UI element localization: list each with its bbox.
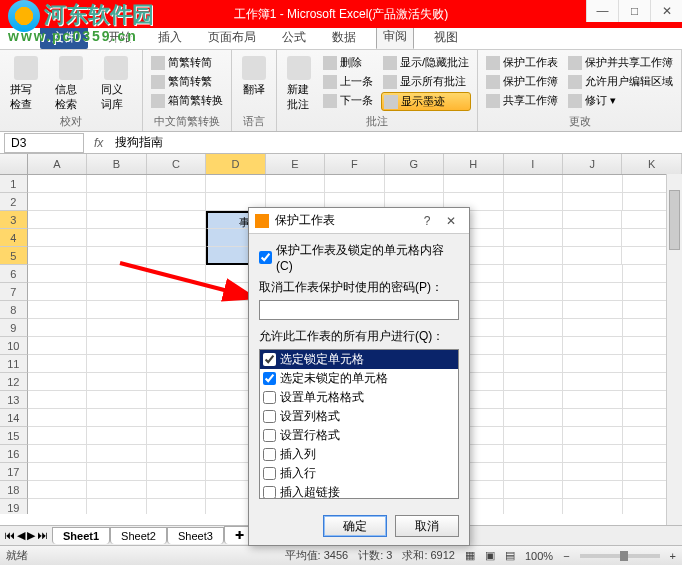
permission-option[interactable]: 插入行 <box>260 464 458 483</box>
cell[interactable] <box>28 175 87 193</box>
fx-icon[interactable]: fx <box>88 136 109 150</box>
cell[interactable] <box>28 193 87 211</box>
cell[interactable] <box>563 247 622 265</box>
cell[interactable] <box>563 319 622 337</box>
tab-formulas[interactable]: 公式 <box>276 26 312 49</box>
row-header[interactable]: 10 <box>0 337 28 355</box>
cell[interactable] <box>563 283 622 301</box>
cell[interactable] <box>28 247 87 265</box>
row-header[interactable]: 14 <box>0 409 28 427</box>
cell[interactable] <box>504 337 563 355</box>
cell[interactable] <box>28 355 87 373</box>
dialog-help-button[interactable]: ? <box>415 214 439 228</box>
allow-edit-ranges-button[interactable]: 允许用户编辑区域 <box>566 73 675 90</box>
cell[interactable] <box>563 481 622 499</box>
permission-option[interactable]: 选定未锁定的单元格 <box>260 369 458 388</box>
permission-checkbox[interactable] <box>263 448 276 461</box>
new-comment-button[interactable]: 新建批注 <box>283 54 315 114</box>
cell[interactable] <box>147 373 206 391</box>
row-header[interactable]: 17 <box>0 463 28 481</box>
cell[interactable] <box>147 301 206 319</box>
permission-checkbox[interactable] <box>263 410 276 423</box>
minimize-button[interactable]: — <box>586 0 618 22</box>
sheet-tab[interactable]: Sheet1 <box>52 527 110 544</box>
cell[interactable] <box>147 247 206 265</box>
cell[interactable] <box>563 337 622 355</box>
cell[interactable] <box>147 175 206 193</box>
col-header[interactable]: F <box>325 154 384 174</box>
cell[interactable] <box>563 391 622 409</box>
dialog-close-button[interactable]: ✕ <box>439 214 463 228</box>
cell[interactable] <box>28 463 87 481</box>
cell[interactable] <box>563 373 622 391</box>
sheet-nav-prev[interactable]: ◀ <box>17 529 25 542</box>
cell[interactable] <box>147 229 206 247</box>
cell[interactable] <box>563 499 622 514</box>
cell[interactable] <box>87 445 146 463</box>
cell[interactable] <box>563 463 622 481</box>
cell[interactable] <box>563 229 622 247</box>
spellcheck-button[interactable]: 拼写检查 <box>6 54 45 114</box>
sheet-tab[interactable]: Sheet2 <box>110 527 167 544</box>
zoom-in-button[interactable]: + <box>670 550 676 562</box>
row-header[interactable]: 7 <box>0 283 28 301</box>
permission-checkbox[interactable] <box>263 429 276 442</box>
row-header[interactable]: 1 <box>0 175 28 193</box>
cell[interactable] <box>28 265 87 283</box>
col-header[interactable]: C <box>147 154 206 174</box>
permission-option[interactable]: 设置单元格格式 <box>260 388 458 407</box>
chinese-convert-button[interactable]: 箱简繁转换 <box>149 92 225 109</box>
permission-checkbox[interactable] <box>263 372 276 385</box>
row-header[interactable]: 13 <box>0 391 28 409</box>
sheet-nav-next[interactable]: ▶ <box>27 529 35 542</box>
cell[interactable] <box>504 319 563 337</box>
cell[interactable] <box>28 229 87 247</box>
track-changes-button[interactable]: 修订 ▾ <box>566 92 675 109</box>
cell[interactable] <box>504 247 563 265</box>
permissions-listbox[interactable]: 选定锁定单元格选定未锁定的单元格设置单元格格式设置列格式设置行格式插入列插入行插… <box>259 349 459 499</box>
cell[interactable] <box>504 481 563 499</box>
cancel-button[interactable]: 取消 <box>395 515 459 537</box>
cell[interactable] <box>504 409 563 427</box>
cell[interactable] <box>563 445 622 463</box>
protect-share-button[interactable]: 保护并共享工作簿 <box>566 54 675 71</box>
cell[interactable] <box>87 463 146 481</box>
cell[interactable] <box>504 193 563 211</box>
permission-option[interactable]: 设置列格式 <box>260 407 458 426</box>
zoom-level[interactable]: 100% <box>525 550 553 562</box>
cell[interactable] <box>444 175 503 193</box>
permission-option[interactable]: 插入列 <box>260 445 458 464</box>
permission-checkbox[interactable] <box>263 467 276 480</box>
row-header[interactable]: 12 <box>0 373 28 391</box>
cell[interactable] <box>28 409 87 427</box>
cell[interactable] <box>563 193 622 211</box>
row-header[interactable]: 3 <box>0 211 28 229</box>
name-box[interactable] <box>4 133 84 153</box>
cell[interactable] <box>147 409 206 427</box>
col-header[interactable]: A <box>28 154 87 174</box>
cell[interactable] <box>28 337 87 355</box>
col-header[interactable]: H <box>444 154 503 174</box>
cell[interactable] <box>504 301 563 319</box>
show-hide-comment-button[interactable]: 显示/隐藏批注 <box>381 54 471 71</box>
tab-layout[interactable]: 页面布局 <box>202 26 262 49</box>
view-break-icon[interactable]: ▤ <box>505 549 515 562</box>
cell[interactable] <box>504 211 563 229</box>
show-all-comments-button[interactable]: 显示所有批注 <box>381 73 471 90</box>
cell[interactable] <box>147 391 206 409</box>
next-comment-button[interactable]: 下一条 <box>321 92 375 109</box>
row-header[interactable]: 11 <box>0 355 28 373</box>
row-header[interactable]: 5 <box>0 247 28 265</box>
select-all-corner[interactable] <box>0 154 28 174</box>
cell[interactable] <box>87 265 146 283</box>
cell[interactable] <box>325 175 384 193</box>
permission-option[interactable]: 插入超链接 <box>260 483 458 499</box>
trad-to-simp-button[interactable]: 简繁转简 <box>149 54 225 71</box>
cell[interactable] <box>87 427 146 445</box>
cell[interactable] <box>504 283 563 301</box>
protect-workbook-button[interactable]: 保护工作簿 <box>484 73 560 90</box>
share-workbook-button[interactable]: 共享工作簿 <box>484 92 560 109</box>
vertical-scrollbar[interactable] <box>666 174 682 525</box>
col-header[interactable]: B <box>87 154 146 174</box>
cell[interactable] <box>504 373 563 391</box>
